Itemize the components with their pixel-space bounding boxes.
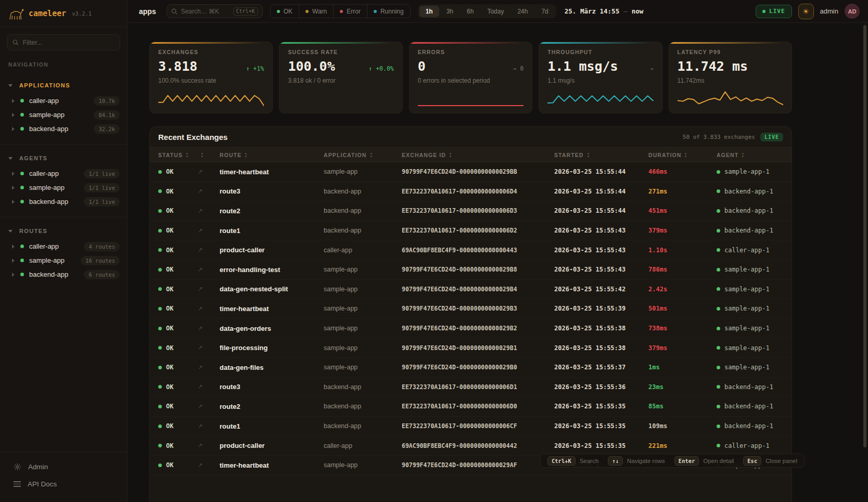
status-text: OK: [166, 325, 173, 332]
global-search-input[interactable]: [181, 8, 225, 15]
table-row[interactable]: OK↗timer-heartbeatsample-app90799F47E6CD…: [150, 299, 792, 319]
sidebar-item-backend-app[interactable]: backend-app6 routes: [0, 267, 127, 281]
table-row[interactable]: OK↗data-gen-nested-splitsample-app90799F…: [150, 280, 792, 300]
table-row[interactable]: OK↗route3backend-appEE7322370A10617-0000…: [150, 182, 792, 202]
time-range-3h[interactable]: 3h: [440, 6, 459, 17]
global-search[interactable]: Ctrl+K: [167, 4, 263, 18]
column-header-status[interactable]: STATUS: [158, 152, 198, 158]
table-row[interactable]: OK↗timer-heartbeatsample-app90799F47E6CD…: [150, 162, 792, 182]
status-filter-warn[interactable]: Warn: [299, 5, 333, 18]
sidebar-item-backend-app[interactable]: backend-app32.2k: [0, 122, 127, 136]
open-detail-arrow-icon[interactable]: ↗: [198, 403, 220, 410]
time-range-1h[interactable]: 1h: [419, 6, 439, 17]
nav-section-header-applications[interactable]: APPLICATIONS: [0, 79, 127, 92]
agent-cell: sample-app-1: [717, 286, 783, 293]
duration-cell: 466ms: [648, 168, 717, 175]
stat-card-errors[interactable]: ERRORS0→ 00 errors in selected period: [409, 42, 532, 113]
open-detail-arrow-icon[interactable]: ↗: [198, 344, 220, 351]
open-detail-arrow-icon[interactable]: ↗: [198, 188, 220, 195]
open-detail-arrow-icon[interactable]: ↗: [198, 442, 220, 449]
nav-section-label: AGENTS: [19, 155, 47, 161]
status-filter-label: Warn: [312, 8, 327, 15]
open-detail-arrow-icon[interactable]: ↗: [198, 364, 220, 371]
table-row[interactable]: OK↗route2backend-appEE7322370A10617-0000…: [150, 397, 792, 417]
time-range-24h[interactable]: 24h: [511, 6, 534, 17]
table-row[interactable]: OK↗product-callercaller-app69AC90BF8EBC4…: [150, 240, 792, 260]
table-body: OK↗timer-heartbeatsample-app90799F47E6CD…: [150, 162, 792, 475]
live-toggle[interactable]: LIVE: [756, 5, 792, 18]
table-row[interactable]: OK↗product-callercaller-app69AC90BF8EBC4…: [150, 436, 792, 456]
open-detail-arrow-icon[interactable]: ↗: [198, 423, 220, 430]
list-icon: [14, 481, 21, 487]
status-filter-running[interactable]: Running: [367, 5, 410, 18]
open-detail-arrow-icon[interactable]: ↗: [198, 383, 220, 390]
open-detail-arrow-icon[interactable]: ↗: [198, 286, 220, 292]
column-header-agent[interactable]: AGENT: [717, 152, 783, 158]
sidebar-item-caller-app[interactable]: caller-app1/1 live: [0, 166, 127, 181]
status-dot: [277, 10, 280, 13]
sidebar-item-caller-app[interactable]: caller-app10.7k: [0, 94, 127, 108]
sidebar-filter-input[interactable]: [23, 39, 114, 46]
agent-name: sample-app-1: [724, 325, 770, 332]
status-cell: OK: [158, 247, 198, 254]
sort-icon: [685, 153, 686, 155]
table-row[interactable]: OK↗route1backend-appEE7322370A10617-0000…: [150, 221, 792, 241]
table-row[interactable]: OK↗error-handling-testsample-app90799F47…: [150, 260, 792, 280]
sidebar-item-api-docs[interactable]: API Docs: [0, 475, 127, 493]
status-text: OK: [166, 383, 173, 391]
status-filter-error[interactable]: Error: [333, 5, 367, 18]
stat-card-latency-p99[interactable]: LATENCY P9911.742 ms11.742ms: [669, 42, 792, 113]
agent-status-dot: [717, 327, 720, 330]
stat-card-throughput[interactable]: THROUGHPUT1.1 msg/s→1.1 msg/s: [539, 42, 662, 113]
nav-section-header-routes[interactable]: ROUTES: [0, 225, 127, 237]
avatar[interactable]: AD: [845, 4, 860, 19]
table-row[interactable]: OK↗route3backend-appEE7322370A10617-0000…: [150, 378, 792, 397]
status-cell: OK: [158, 207, 198, 214]
exchange-id-cell: 90799F47E6CD24D-00000000000029BB: [402, 168, 554, 175]
open-detail-arrow-icon[interactable]: ↗: [198, 169, 220, 175]
nav-item-label: sample-app: [29, 184, 65, 191]
open-detail-arrow-icon[interactable]: ↗: [198, 462, 220, 469]
open-detail-arrow-icon[interactable]: ↗: [198, 305, 220, 312]
sidebar-filter[interactable]: [7, 34, 120, 50]
open-detail-arrow-icon[interactable]: ↗: [198, 266, 220, 273]
column-header-application[interactable]: APPLICATION: [324, 152, 402, 158]
time-range-today[interactable]: Today: [481, 6, 510, 17]
column-header-detail[interactable]: [198, 152, 220, 158]
sidebar-item-backend-app[interactable]: backend-app1/1 live: [0, 195, 127, 209]
table-row[interactable]: OK↗route1backend-appEE7322370A10617-0000…: [150, 417, 792, 436]
table-row[interactable]: OK↗data-gen-filessample-app90799F47E6CD2…: [150, 358, 792, 378]
sidebar-item-sample-app[interactable]: sample-app84.1k: [0, 108, 127, 122]
sidebar-item-sample-app[interactable]: sample-app16 routes: [0, 253, 127, 267]
column-header-started[interactable]: STARTED: [554, 152, 648, 158]
time-range-6h[interactable]: 6h: [461, 6, 480, 17]
agent-name: sample-app-1: [724, 344, 770, 352]
open-detail-arrow-icon[interactable]: ↗: [198, 208, 220, 214]
open-detail-arrow-icon[interactable]: ↗: [198, 247, 220, 253]
open-detail-arrow-icon[interactable]: ↗: [198, 325, 220, 332]
column-header-exchange-id[interactable]: EXCHANGE ID: [402, 152, 554, 158]
open-detail-arrow-icon[interactable]: ↗: [198, 227, 220, 234]
column-header-route[interactable]: ROUTE: [220, 152, 324, 158]
nav-section-header-agents[interactable]: AGENTS: [0, 152, 127, 164]
sidebar-item-admin[interactable]: Admin: [0, 458, 127, 475]
status-text: OK: [166, 305, 173, 312]
table-row[interactable]: OK↗file-processingsample-app90799F47E6CD…: [150, 338, 792, 358]
stat-card-exchanges[interactable]: EXCHANGES3.818↑ +1%100.0% success rate: [149, 42, 273, 113]
scrollbar-thumb[interactable]: [863, 25, 866, 447]
time-range-7d[interactable]: 7d: [535, 6, 554, 17]
status-filter-ok[interactable]: OK: [271, 5, 299, 18]
status-text: OK: [166, 266, 173, 273]
theme-toggle-button[interactable]: ☀: [798, 4, 814, 19]
nav-item-badge: 10.7k: [94, 96, 120, 106]
ok-status-dot: [158, 385, 162, 389]
table-row[interactable]: OK↗data-gen-orderssample-app90799F47E6CD…: [150, 319, 792, 339]
sidebar-item-caller-app[interactable]: caller-app4 routes: [0, 239, 127, 253]
table-row[interactable]: OK↗route2backend-appEE7322370A10617-0000…: [150, 201, 792, 221]
column-header-duration[interactable]: DURATION: [648, 152, 717, 158]
stat-card-success-rate[interactable]: SUCCESS RATE100.0%↑ +0.0%3.818 ok / 0 er…: [279, 42, 402, 113]
time-range-group: 1h3h6hToday24h7d: [418, 4, 556, 18]
topbar: apps Ctrl+K OKWarnErrorRunning 1h3h6hTod…: [127, 0, 868, 23]
sidebar-item-sample-app[interactable]: sample-app1/1 live: [0, 181, 127, 195]
keyboard-shortcut-bar: Ctrl+KSearch↑↓Navigate rowsEnterOpen det…: [540, 454, 805, 468]
